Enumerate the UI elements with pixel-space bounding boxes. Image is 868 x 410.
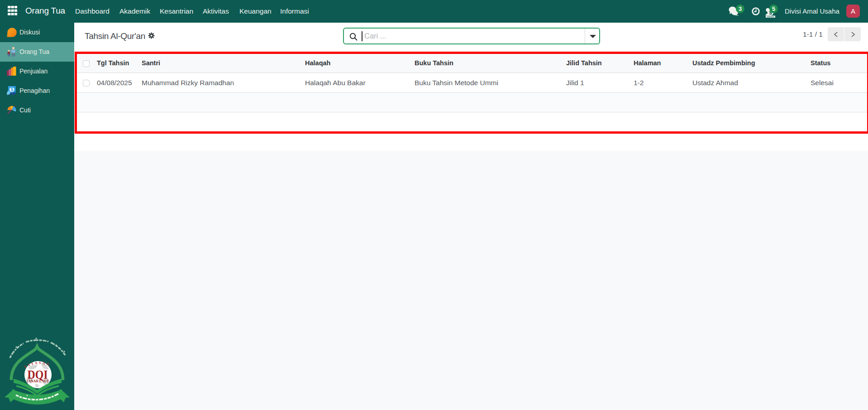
svg-text:TANAH LAUT: TANAH LAUT [26, 379, 49, 383]
svg-text:$: $ [10, 87, 13, 92]
